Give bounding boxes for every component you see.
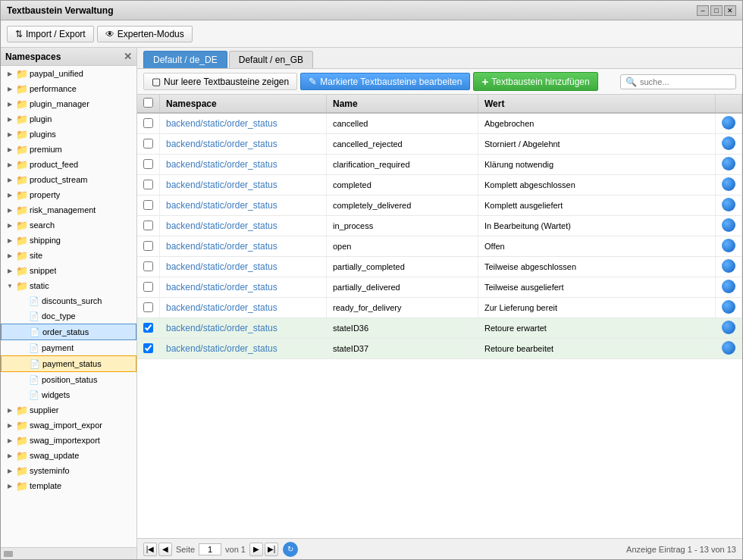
- row-checkbox-cell[interactable]: [137, 113, 160, 134]
- close-button[interactable]: ✕: [724, 5, 736, 16]
- sidebar-item-supplier[interactable]: ▶📁supplier: [1, 402, 136, 418]
- row-checkbox[interactable]: [143, 282, 153, 292]
- import-export-button[interactable]: ⇅ Import / Export: [7, 26, 94, 42]
- next-page-button[interactable]: ▶: [249, 543, 263, 556]
- search-input[interactable]: [640, 77, 731, 86]
- sidebar-item-site[interactable]: ▶📁site: [1, 248, 136, 263]
- edit-marked-button[interactable]: ✎ Markierte Textbausteine bearbeiten: [300, 73, 470, 90]
- row-checkbox[interactable]: [143, 343, 153, 353]
- expander-paypal_unified[interactable]: ▶: [4, 67, 16, 80]
- row-checkbox[interactable]: [143, 180, 153, 189]
- expander-plugin[interactable]: ▶: [4, 113, 16, 125]
- row-checkbox[interactable]: [143, 241, 153, 251]
- namespace-link[interactable]: backend/static/order_status: [166, 323, 277, 333]
- globe-icon[interactable]: [722, 198, 735, 211]
- globe-icon[interactable]: [722, 136, 735, 150]
- sidebar-item-plugins[interactable]: ▶📁plugins: [1, 127, 136, 142]
- sidebar-item-swag_update[interactable]: ▶📁swag_update: [1, 448, 136, 463]
- show-empty-button[interactable]: ▢ Nur leere Textbausteine zeigen: [143, 73, 297, 90]
- sidebar-item-performance[interactable]: ▶📁performance: [1, 81, 136, 96]
- expander-static[interactable]: ▼: [4, 280, 16, 292]
- sidebar-item-shipping[interactable]: ▶📁shipping: [1, 233, 136, 248]
- expander-premium[interactable]: ▶: [4, 143, 16, 155]
- row-checkbox-cell[interactable]: [137, 155, 160, 175]
- row-checkbox[interactable]: [143, 139, 153, 149]
- row-checkbox-cell[interactable]: [137, 175, 160, 196]
- namespace-link[interactable]: backend/static/order_status: [166, 261, 277, 272]
- expander-risk_management[interactable]: ▶: [4, 204, 16, 216]
- row-checkbox[interactable]: [143, 261, 153, 271]
- row-checkbox-cell[interactable]: [137, 257, 160, 277]
- globe-icon[interactable]: [722, 116, 735, 130]
- expander-plugin_manager[interactable]: ▶: [4, 98, 16, 110]
- namespace-link[interactable]: backend/static/order_status: [166, 282, 277, 293]
- row-checkbox-cell[interactable]: [137, 134, 160, 155]
- sidebar-item-static[interactable]: ▼📁static: [1, 278, 136, 293]
- row-checkbox[interactable]: [143, 302, 153, 312]
- expander-product_feed[interactable]: ▶: [4, 158, 16, 171]
- search-box[interactable]: 🔍: [620, 74, 736, 89]
- row-checkbox-cell[interactable]: [137, 339, 160, 359]
- sidebar-item-risk_management[interactable]: ▶📁risk_management: [1, 202, 136, 217]
- col-header-check[interactable]: [137, 95, 160, 113]
- expander-swag_import_expor[interactable]: ▶: [4, 419, 16, 431]
- expander-site[interactable]: ▶: [4, 249, 16, 261]
- row-checkbox[interactable]: [143, 159, 153, 169]
- namespace-link[interactable]: backend/static/order_status: [166, 159, 277, 170]
- globe-icon[interactable]: [722, 239, 735, 252]
- expander-snippet[interactable]: ▶: [4, 264, 16, 277]
- globe-icon[interactable]: [722, 300, 735, 314]
- expert-mode-button[interactable]: 👁 Experten-Modus: [97, 26, 193, 42]
- globe-icon[interactable]: [722, 259, 735, 273]
- globe-icon[interactable]: [722, 157, 735, 171]
- globe-icon[interactable]: [722, 280, 735, 293]
- globe-icon[interactable]: [722, 218, 735, 232]
- sidebar-item-payment[interactable]: 📄payment: [1, 340, 136, 355]
- row-checkbox[interactable]: [143, 200, 153, 210]
- namespace-link[interactable]: backend/static/order_status: [166, 302, 277, 313]
- first-page-button[interactable]: |◀: [143, 543, 157, 556]
- row-checkbox[interactable]: [143, 118, 153, 128]
- expander-swag_importexport[interactable]: ▶: [4, 434, 16, 446]
- globe-icon[interactable]: [722, 341, 735, 355]
- row-checkbox-cell[interactable]: [137, 277, 160, 298]
- namespace-link[interactable]: backend/static/order_status: [166, 343, 277, 354]
- sidebar-item-swag_importexport[interactable]: ▶📁swag_importexport: [1, 433, 136, 448]
- expander-product_stream[interactable]: ▶: [4, 174, 16, 186]
- sidebar-close-icon[interactable]: ✕: [124, 51, 132, 62]
- last-page-button[interactable]: ▶|: [265, 543, 278, 556]
- row-checkbox-cell[interactable]: [137, 236, 160, 257]
- row-checkbox-cell[interactable]: [137, 196, 160, 216]
- sidebar-item-template[interactable]: ▶📁template: [1, 478, 136, 493]
- namespace-link[interactable]: backend/static/order_status: [166, 118, 277, 129]
- namespace-link[interactable]: backend/static/order_status: [166, 241, 277, 252]
- add-new-button[interactable]: + Textbaustein hinzufügen: [473, 72, 597, 91]
- globe-icon[interactable]: [722, 321, 735, 334]
- sidebar-item-plugin[interactable]: ▶📁plugin: [1, 111, 136, 127]
- namespace-link[interactable]: backend/static/order_status: [166, 180, 277, 190]
- namespace-link[interactable]: backend/static/order_status: [166, 200, 277, 211]
- select-all-checkbox[interactable]: [143, 98, 153, 108]
- sidebar-item-doc_type[interactable]: 📄doc_type: [1, 308, 136, 324]
- row-checkbox[interactable]: [143, 323, 153, 333]
- sidebar-item-property[interactable]: ▶📁property: [1, 187, 136, 202]
- globe-icon[interactable]: [722, 177, 735, 191]
- sidebar-item-premium[interactable]: ▶📁premium: [1, 142, 136, 157]
- expander-plugins[interactable]: ▶: [4, 128, 16, 140]
- expander-supplier[interactable]: ▶: [4, 404, 16, 416]
- namespace-link[interactable]: backend/static/order_status: [166, 221, 277, 231]
- sidebar-item-discounts_surch[interactable]: 📄discounts_surch: [1, 293, 136, 308]
- page-input[interactable]: [199, 543, 221, 555]
- sidebar-item-position_status[interactable]: 📄position_status: [1, 372, 136, 387]
- row-checkbox-cell[interactable]: [137, 216, 160, 236]
- sidebar-item-product_feed[interactable]: ▶📁product_feed: [1, 157, 136, 172]
- expander-property[interactable]: ▶: [4, 189, 16, 201]
- namespace-link[interactable]: backend/static/order_status: [166, 139, 277, 149]
- row-checkbox-cell[interactable]: [137, 318, 160, 339]
- sidebar-item-product_stream[interactable]: ▶📁product_stream: [1, 172, 136, 187]
- sidebar-item-swag_import_expor[interactable]: ▶📁swag_import_expor: [1, 418, 136, 433]
- tab-de_DE[interactable]: Default / de_DE: [143, 51, 227, 68]
- sidebar-tree[interactable]: ▶📁paypal_unified▶📁performance▶📁plugin_ma…: [1, 66, 136, 547]
- sidebar-item-systeminfo[interactable]: ▶📁systeminfo: [1, 463, 136, 478]
- sidebar-item-paypal_unified[interactable]: ▶📁paypal_unified: [1, 66, 136, 81]
